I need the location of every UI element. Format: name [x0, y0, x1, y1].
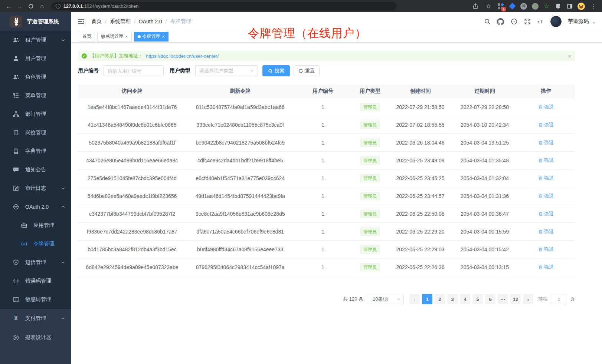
next-page-button[interactable]: ›	[523, 294, 533, 304]
breadcrumb-oauth[interactable]: OAuth 2.0	[139, 19, 162, 24]
user-type-cell: 管理员	[352, 156, 389, 165]
page-button[interactable]: 2	[435, 294, 445, 304]
force-logout-button[interactable]: 强退	[539, 104, 554, 110]
tab-home[interactable]: 首页	[79, 32, 95, 42]
github-icon[interactable]	[497, 18, 504, 25]
browser-forward-button[interactable]: →	[15, 1, 24, 11]
sidebar-item-dict[interactable]: 字典管理	[0, 142, 71, 161]
search-icon	[268, 69, 273, 73]
user-id-input[interactable]	[104, 65, 164, 76]
site-info-icon[interactable]: i	[56, 4, 60, 9]
user-id-label: 用户编号	[78, 67, 99, 74]
page-button[interactable]: 12	[510, 294, 521, 304]
sidebar-item-user[interactable]: 用户管理	[0, 49, 71, 68]
alert-close-icon[interactable]: ×	[568, 53, 571, 59]
sidebar-item-errcode[interactable]: 错误码管理	[0, 272, 71, 290]
browser-menu-icon[interactable]: ⋮	[589, 1, 598, 11]
token-signal-icon: A	[21, 241, 27, 247]
extension-gem-icon[interactable]	[508, 2, 516, 10]
access-token-cell: c342377bf8b344799dcbf7bf095287f2	[78, 211, 186, 217]
search-icon[interactable]	[484, 18, 491, 25]
doc-link[interactable]: https://doc.iocoder.cn/user-center/	[146, 53, 219, 59]
user-avatar[interactable]	[550, 16, 562, 27]
force-logout-button[interactable]: 强退	[539, 246, 554, 253]
force-logout-button[interactable]: 强退	[539, 139, 554, 146]
force-logout-button[interactable]: 强退	[539, 193, 554, 199]
sidebar-item-oauth-app[interactable]: 应用管理	[0, 216, 71, 235]
sidebar-item-sms[interactable]: 短信管理	[0, 253, 71, 272]
app-logo-row[interactable]: 芋道管理系统	[0, 12, 71, 31]
tab-token-management[interactable]: 令牌管理 ×	[134, 32, 169, 42]
force-logout-button[interactable]: 强退	[539, 175, 554, 182]
refresh-token-cell: dfa6c71a50a54c66bef706ef9e6e8d81	[186, 229, 294, 235]
user-id-cell: 1	[294, 122, 351, 128]
page-suffix: 页	[570, 296, 575, 302]
page-size-select[interactable]: 10条/页	[368, 294, 404, 304]
page-button[interactable]: 4	[460, 294, 470, 304]
username[interactable]: 芋道源码	[568, 18, 589, 25]
report-icon	[13, 334, 19, 341]
fullscreen-icon[interactable]	[524, 18, 531, 25]
extension-star-icon[interactable]: ☆	[543, 2, 551, 10]
sidebar-item-role[interactable]: 角色管理	[0, 68, 71, 86]
force-logout-button[interactable]: 强退	[539, 264, 554, 271]
sidebar-item-oauth-token[interactable]: A 令牌管理	[0, 235, 71, 253]
goto-page-input[interactable]	[551, 294, 567, 304]
user-id-cell: 1	[294, 104, 351, 110]
search-button[interactable]: 搜索	[262, 65, 290, 76]
bookmark-star-icon[interactable]: ☆	[484, 1, 493, 11]
font-size-icon[interactable]: TT	[537, 18, 544, 25]
browser-back-button[interactable]: ←	[4, 1, 13, 11]
sidebar-item-report-designer[interactable]: 报表设计器	[0, 328, 71, 347]
reset-button[interactable]: 重置	[294, 65, 320, 76]
sidebar-item-post[interactable]: 岗位管理	[0, 123, 71, 142]
extension-record-icon[interactable]	[531, 2, 539, 10]
help-icon[interactable]: ?	[510, 18, 517, 25]
page-button[interactable]: 6	[485, 294, 495, 304]
extension-grid-icon[interactable]: 9	[497, 2, 505, 10]
sidebar-item-audit-log[interactable]: 审计日志	[0, 179, 71, 198]
profile-avatar-icon[interactable]	[577, 2, 585, 10]
url-text: 127.0.0.1:1024/system/oauth2/token	[63, 4, 138, 9]
force-logout-button[interactable]: 强退	[539, 211, 554, 217]
sidebar-collapse-icon[interactable]	[77, 17, 85, 26]
page-button[interactable]: 5	[472, 294, 483, 304]
browser-reload-button[interactable]	[26, 1, 36, 11]
force-logout-button[interactable]: 强退	[539, 157, 554, 164]
tab-sensitive-words[interactable]: 敏感词管理 ×	[97, 32, 132, 42]
page-ellipsis-button[interactable]: ···	[498, 294, 508, 304]
chevron-down-icon	[396, 297, 401, 301]
app-title: 芋道管理系统	[27, 18, 59, 25]
sidebar-item-menu[interactable]: 菜单管理	[0, 86, 71, 105]
access-token-cell: f9336e7c7dd242a283ee98dc86b17a87	[78, 229, 186, 235]
share-icon[interactable]	[471, 1, 480, 11]
created-time-cell: 2022-06-25 23:49:09	[389, 158, 452, 163]
extensions-puzzle-icon[interactable]	[554, 2, 562, 10]
user-type-select[interactable]: 请选择用户类型	[195, 65, 258, 76]
prev-page-button[interactable]: ‹	[409, 294, 420, 304]
force-logout-button[interactable]: 强退	[539, 228, 554, 235]
close-icon[interactable]: ×	[125, 34, 128, 39]
sidebar-item-sensitive[interactable]: 敏感词管理	[0, 290, 71, 309]
extension-command-icon[interactable]: ⌘	[520, 2, 528, 10]
created-time-cell: 2022-06-25 23:44:57	[389, 193, 452, 199]
sidebar-item-oauth[interactable]: OAuth 2.0	[0, 198, 71, 216]
sidebar-item-notice[interactable]: 通知公告	[0, 161, 71, 179]
user-id-cell: 1	[294, 211, 351, 217]
page-button[interactable]: 3	[447, 294, 458, 304]
browser-home-button[interactable]: ⌂	[37, 1, 47, 11]
page-button[interactable]: 1	[422, 294, 432, 304]
sidebar-item-dept[interactable]: 部门管理	[0, 105, 71, 123]
force-logout-button[interactable]: 强退	[539, 122, 554, 128]
user-id-cell: 1	[294, 264, 351, 270]
svg-text:T: T	[540, 19, 543, 24]
sidebar-item-pay[interactable]: ¥ 支付管理	[0, 309, 71, 328]
close-icon[interactable]: ×	[162, 34, 165, 39]
breadcrumb-home[interactable]: 首页	[91, 18, 102, 25]
app-logo	[10, 16, 22, 27]
address-bar[interactable]: i 127.0.0.1:1024/system/oauth2/token	[51, 2, 396, 10]
side-panel-icon[interactable]	[566, 2, 574, 10]
user-menu-caret-icon[interactable]	[592, 21, 596, 25]
breadcrumb-system[interactable]: 系统管理	[110, 18, 131, 25]
sidebar-item-tenant[interactable]: 租户管理	[0, 31, 71, 49]
